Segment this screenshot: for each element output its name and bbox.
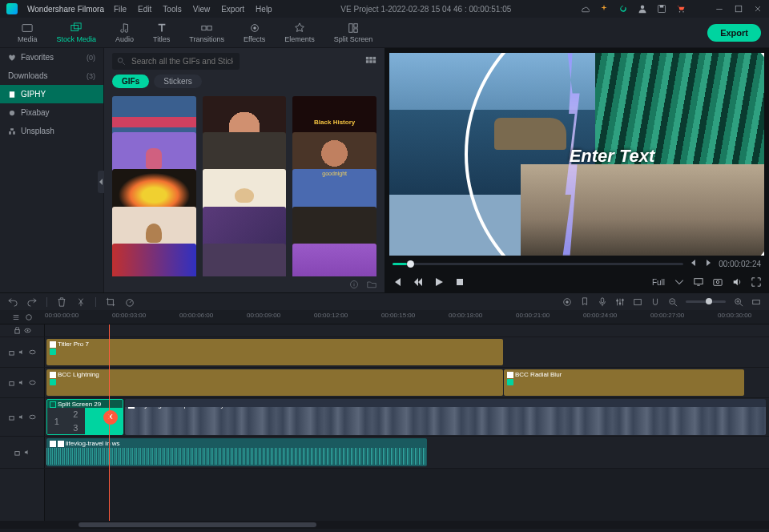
track-settings-icon[interactable] xyxy=(12,313,20,321)
refresh-icon[interactable] xyxy=(618,4,628,14)
split-icon[interactable] xyxy=(76,297,86,307)
collapse-sidebar-handle[interactable] xyxy=(98,171,104,193)
zoom-fit-icon[interactable] xyxy=(751,297,761,307)
redo-icon[interactable] xyxy=(27,297,37,307)
zoom-slider[interactable] xyxy=(686,300,726,303)
clip-audio[interactable]: lifevlog-travel in ws xyxy=(46,438,427,466)
prev-frame-icon[interactable] xyxy=(690,259,698,267)
export-button[interactable]: Export xyxy=(707,24,761,42)
svg-point-20 xyxy=(118,58,123,62)
skip-back-icon[interactable] xyxy=(393,277,402,287)
lock-icon[interactable] xyxy=(8,379,15,386)
cloud-icon[interactable] xyxy=(580,4,590,14)
delete-icon[interactable] xyxy=(57,297,66,307)
eye-icon[interactable] xyxy=(29,379,36,386)
volume-open-icon[interactable] xyxy=(732,277,742,287)
gif-thumbnail[interactable] xyxy=(292,244,376,276)
fullscreen-icon[interactable] xyxy=(751,277,761,287)
user-icon[interactable] xyxy=(638,4,647,14)
cut-point-marker[interactable] xyxy=(103,410,118,425)
chevron-down-icon[interactable] xyxy=(674,277,684,287)
step-back-icon[interactable] xyxy=(413,277,423,287)
cart-icon[interactable] xyxy=(676,4,686,14)
tab-stock-media[interactable]: Stock Media xyxy=(47,19,107,46)
marker-icon[interactable] xyxy=(580,297,590,307)
stop-icon[interactable] xyxy=(455,277,465,287)
mic-icon[interactable] xyxy=(598,297,607,307)
tab-effects[interactable]: Effects xyxy=(234,19,275,46)
sidebar-item-pixabay[interactable]: Pixabay xyxy=(0,103,103,122)
gif-thumbnail[interactable] xyxy=(112,244,196,276)
mute-icon[interactable] xyxy=(24,449,31,456)
gif-thumbnail[interactable] xyxy=(203,244,287,276)
undo-icon[interactable] xyxy=(8,297,18,307)
render-icon[interactable] xyxy=(633,297,642,307)
eye-icon[interactable] xyxy=(29,349,36,356)
crop-icon[interactable] xyxy=(106,297,115,307)
svg-point-36 xyxy=(616,300,618,302)
eye-icon[interactable] xyxy=(24,327,31,334)
tab-elements[interactable]: Elements xyxy=(275,19,324,46)
sidebar-item-favorites[interactable]: Favorites(0) xyxy=(0,48,103,66)
svg-point-43 xyxy=(26,314,32,320)
save-icon[interactable] xyxy=(657,4,666,14)
eye-icon[interactable] xyxy=(29,413,36,421)
lock-icon[interactable] xyxy=(8,413,15,421)
menu-file[interactable]: File xyxy=(114,5,127,14)
filter-stickers[interactable]: Stickers xyxy=(154,75,202,88)
lock-icon[interactable] xyxy=(14,327,21,334)
quality-selector[interactable]: Full xyxy=(652,278,665,287)
clip-titler[interactable]: Titler Pro 7 xyxy=(46,339,503,365)
timeline-h-scrollbar[interactable] xyxy=(0,521,769,529)
mute-icon[interactable] xyxy=(18,413,26,421)
search-input[interactable] xyxy=(112,53,240,70)
menu-help[interactable]: Help xyxy=(256,5,272,14)
menu-export[interactable]: Export xyxy=(221,5,244,14)
menu-edit[interactable]: Edit xyxy=(138,5,151,14)
tab-transitions[interactable]: Transitions xyxy=(179,19,234,46)
maximize-icon[interactable] xyxy=(734,4,743,14)
snapshot-icon[interactable] xyxy=(713,277,723,287)
tab-media[interactable]: Media xyxy=(8,19,47,46)
zoom-in-icon[interactable] xyxy=(734,297,743,307)
clip-lightning[interactable]: BCC Lightning xyxy=(46,369,503,396)
mute-icon[interactable] xyxy=(18,349,26,356)
ruler-tick: 00:00:24:00 xyxy=(583,312,617,319)
mixer-icon[interactable] xyxy=(615,297,625,307)
menu-view[interactable]: View xyxy=(193,5,211,14)
clip-radial-blur[interactable]: BCC Radial Blur xyxy=(504,369,744,396)
preview-scrubber[interactable] xyxy=(393,263,683,265)
playhead[interactable] xyxy=(109,324,110,521)
sidebar-item-downloads[interactable]: Downloads(3) xyxy=(0,66,103,85)
tab-audio[interactable]: Audio xyxy=(106,19,143,46)
tab-split-screen[interactable]: Split Screen xyxy=(324,19,383,46)
speed-icon[interactable] xyxy=(125,297,135,307)
folder-icon[interactable] xyxy=(367,280,376,289)
lock-icon[interactable] xyxy=(8,349,15,356)
sidebar-item-unsplash[interactable]: Unsplash xyxy=(0,122,103,140)
mute-icon[interactable] xyxy=(18,379,26,386)
display-icon[interactable] xyxy=(694,277,703,287)
lock-icon[interactable] xyxy=(14,449,21,456)
timeline-ruler[interactable]: 00:00:00:0000:00:03:0000:00:06:0000:00:0… xyxy=(0,310,769,324)
minimize-icon[interactable] xyxy=(715,4,724,14)
marker-add-icon[interactable] xyxy=(562,297,572,307)
clip-main-video[interactable]: DaytonighttimelapseofPariscityFrance xyxy=(125,399,766,435)
filter-gifs[interactable]: GIFs xyxy=(112,75,149,88)
grid-view-icon[interactable] xyxy=(365,56,376,67)
menu-tools[interactable]: Tools xyxy=(163,5,181,14)
ruler-tick: 00:00:30:00 xyxy=(718,312,751,319)
snap-icon[interactable] xyxy=(650,297,660,307)
auto-ripple-icon[interactable] xyxy=(25,313,33,321)
info-icon[interactable] xyxy=(349,280,359,289)
tab-titles[interactable]: Titles xyxy=(143,19,179,46)
sidebar-item-giphy[interactable]: GIPHY xyxy=(0,85,103,103)
ruler-tick: 00:00:21:00 xyxy=(516,312,550,319)
zoom-out-icon[interactable] xyxy=(668,297,678,307)
preview-canvas[interactable]: Enter Text xyxy=(389,53,764,256)
play-icon[interactable] xyxy=(434,277,444,287)
svg-rect-51 xyxy=(10,417,14,421)
next-frame-icon[interactable] xyxy=(704,259,712,267)
close-icon[interactable] xyxy=(753,4,763,14)
sparkle-icon[interactable] xyxy=(599,4,609,14)
